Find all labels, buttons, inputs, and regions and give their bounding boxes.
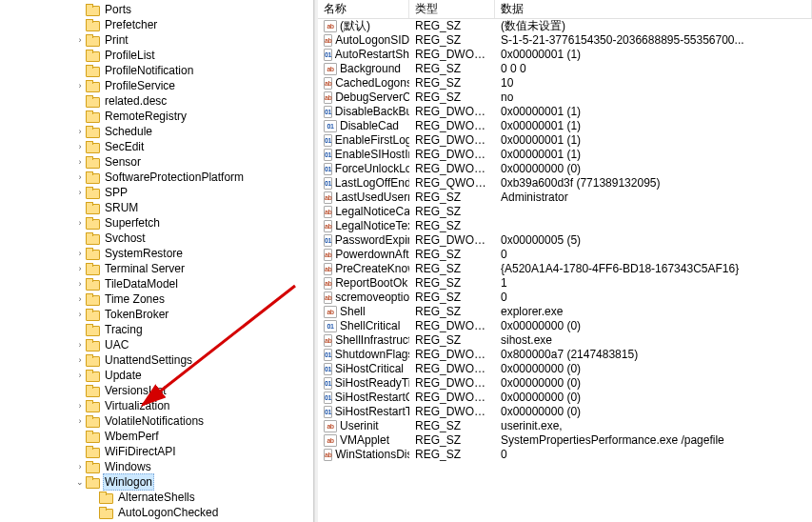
chevron-right-icon[interactable]: › <box>74 261 86 276</box>
chevron-right-icon[interactable]: › <box>74 185 86 200</box>
chevron-right-icon[interactable]: › <box>74 215 86 231</box>
chevron-right-icon[interactable]: › <box>74 307 86 322</box>
value-row[interactable]: ShutdownFlagsREG_DWORD0x800000a7 (214748… <box>318 348 812 362</box>
chevron-right-icon[interactable]: › <box>74 352 86 368</box>
tree-item[interactable]: ›Ports <box>0 2 313 17</box>
tree-item[interactable]: ›WbemPerf <box>0 429 313 444</box>
chevron-right-icon[interactable]: › <box>74 124 86 139</box>
tree-item[interactable]: ›SPP <box>0 185 313 200</box>
chevron-right-icon[interactable]: › <box>74 139 86 154</box>
tree-item[interactable]: ›UAC <box>0 337 313 352</box>
tree-item[interactable]: ›ProfileNotification <box>0 63 313 78</box>
value-row[interactable]: LegalNoticeCap...REG_SZ <box>318 205 812 219</box>
value-row[interactable]: PowerdownAfte...REG_SZ0 <box>318 248 812 262</box>
value-type: REG_DWORD <box>409 48 495 62</box>
tree-item-label: VolatileNotifications <box>103 413 206 429</box>
tree-item[interactable]: ›SoftwareProtectionPlatform <box>0 170 313 185</box>
tree-pane[interactable]: ›Ports›Prefetcher›Print›ProfileList›Prof… <box>0 0 314 522</box>
value-row[interactable]: PreCreateKnow...REG_SZ{A520A1A4-1780-4FF… <box>318 262 812 276</box>
chevron-right-icon[interactable]: › <box>74 78 86 93</box>
value-row[interactable]: CachedLogons...REG_SZ10 <box>318 76 812 90</box>
tree-item[interactable]: ›RemoteRegistry <box>0 109 313 124</box>
value-row[interactable]: SiHostRestartTi...REG_DWORD0x00000000 (0… <box>318 405 812 419</box>
tree-item[interactable]: ›Superfetch <box>0 215 313 231</box>
value-row[interactable]: WinStationsDis...REG_SZ0 <box>318 448 812 462</box>
folder-icon <box>86 217 99 229</box>
value-row[interactable]: scremoveoptionREG_SZ0 <box>318 291 812 305</box>
value-row[interactable]: ShellCriticalREG_DWORD0x00000000 (0) <box>318 319 812 333</box>
value-row[interactable]: (默认)REG_SZ(数值未设置) <box>318 19 812 33</box>
tree-item[interactable]: ›Tracing <box>0 322 313 337</box>
tree-item[interactable]: ›AutoLogonChecked <box>0 505 313 520</box>
value-row[interactable]: AutoLogonSIDREG_SZS-1-5-21-3776154350-20… <box>318 33 812 48</box>
value-row[interactable]: ReportBootOkREG_SZ1 <box>318 276 812 291</box>
chevron-right-icon[interactable]: › <box>74 398 86 413</box>
tree-item[interactable]: ›ProfileList <box>0 48 313 63</box>
folder-icon <box>86 476 99 488</box>
tree-item[interactable]: ›Time Zones <box>0 291 313 307</box>
chevron-right-icon[interactable]: › <box>74 32 86 48</box>
tree-item[interactable]: ›SecEdit <box>0 139 313 154</box>
value-row[interactable]: UserinitREG_SZuserinit.exe, <box>318 419 812 433</box>
chevron-right-icon[interactable]: › <box>74 368 86 383</box>
chevron-right-icon[interactable]: › <box>74 337 86 352</box>
tree-item[interactable]: ›SRUM <box>0 200 313 215</box>
tree-item[interactable]: ›Windows <box>0 459 313 474</box>
col-header-data[interactable]: 数据 <box>495 0 812 18</box>
chevron-right-icon[interactable]: › <box>74 154 86 170</box>
value-row[interactable]: SiHostCriticalREG_DWORD0x00000000 (0) <box>318 362 812 376</box>
value-row[interactable]: LastLogOffEndT...REG_QWORD0xb39a600d3f (… <box>318 176 812 191</box>
value-row[interactable]: SiHostRestartC...REG_DWORD0x00000000 (0) <box>318 391 812 405</box>
value-name: ReportBootOk <box>335 276 407 291</box>
tree-item[interactable]: ›Prefetcher <box>0 17 313 32</box>
value-row[interactable]: LegalNoticeTextREG_SZ <box>318 219 812 233</box>
chevron-right-icon: › <box>74 48 86 63</box>
tree-item[interactable]: ›Schedule <box>0 124 313 139</box>
tree-item[interactable]: ›AlternateShells <box>0 490 313 505</box>
tree-item[interactable]: ›Update <box>0 368 313 383</box>
value-data: no <box>495 90 812 105</box>
value-row[interactable]: PasswordExpiry...REG_DWORD0x00000005 (5) <box>318 233 812 248</box>
tree-item[interactable]: ›VersionsList <box>0 383 313 398</box>
value-data: explorer.exe <box>495 305 812 319</box>
chevron-right-icon[interactable]: › <box>74 276 86 291</box>
value-row[interactable]: ForceUnlockLo...REG_DWORD0x00000000 (0) <box>318 162 812 176</box>
col-header-name[interactable]: 名称 <box>318 0 409 18</box>
tree-item[interactable]: ⌄Winlogon <box>0 474 313 490</box>
values-pane[interactable]: 名称 类型 数据 (默认)REG_SZ(数值未设置)AutoLogonSIDRE… <box>318 0 812 522</box>
value-data: 0xb39a600d3f (771389132095) <box>495 176 812 191</box>
value-row[interactable]: EnableSIHostIn...REG_DWORD0x00000001 (1) <box>318 148 812 162</box>
value-row[interactable]: DisableCadREG_DWORD0x00000001 (1) <box>318 119 812 133</box>
chevron-right-icon[interactable]: › <box>74 459 86 474</box>
chevron-right-icon[interactable]: › <box>74 170 86 185</box>
chevron-right-icon[interactable]: › <box>74 413 86 429</box>
value-row[interactable]: BackgroundREG_SZ0 0 0 <box>318 62 812 76</box>
tree-item[interactable]: ›SystemRestore <box>0 246 313 261</box>
chevron-right-icon[interactable]: › <box>74 291 86 307</box>
tree-item[interactable]: ›ProfileService <box>0 78 313 93</box>
tree-item[interactable]: ›Sensor <box>0 154 313 170</box>
tree-item[interactable]: ›Print <box>0 32 313 48</box>
tree-item[interactable]: ›Virtualization <box>0 398 313 413</box>
tree-item[interactable]: ›related.desc <box>0 93 313 109</box>
value-row[interactable]: AutoRestartShellREG_DWORD0x00000001 (1) <box>318 48 812 62</box>
value-row[interactable]: EnableFirstLogo...REG_DWORD0x00000001 (1… <box>318 133 812 148</box>
value-row[interactable]: VMAppletREG_SZSystemPropertiesPerformanc… <box>318 433 812 448</box>
col-header-type[interactable]: 类型 <box>409 0 495 18</box>
tree-item[interactable]: ›Terminal Server <box>0 261 313 276</box>
tree-item[interactable]: ›WiFiDirectAPI <box>0 444 313 459</box>
tree-item[interactable]: ›TileDataModel <box>0 276 313 291</box>
chevron-right-icon[interactable]: › <box>74 246 86 261</box>
value-row[interactable]: DebugServerCo...REG_SZno <box>318 90 812 105</box>
tree-item[interactable]: ›UnattendSettings <box>0 352 313 368</box>
value-row[interactable]: ShellREG_SZexplorer.exe <box>318 305 812 319</box>
value-type: REG_SZ <box>409 276 495 291</box>
value-row[interactable]: ShellInfrastruct...REG_SZsihost.exe <box>318 333 812 348</box>
value-row[interactable]: DisableBackBut...REG_DWORD0x00000001 (1) <box>318 105 812 119</box>
tree-item[interactable]: ›VolatileNotifications <box>0 413 313 429</box>
value-row[interactable]: SiHostReadyTi...REG_DWORD0x00000000 (0) <box>318 376 812 391</box>
tree-item[interactable]: ›TokenBroker <box>0 307 313 322</box>
tree-item[interactable]: ›Svchost <box>0 231 313 246</box>
chevron-down-icon[interactable]: ⌄ <box>74 474 86 490</box>
value-row[interactable]: LastUsedUsern...REG_SZAdministrator <box>318 191 812 205</box>
